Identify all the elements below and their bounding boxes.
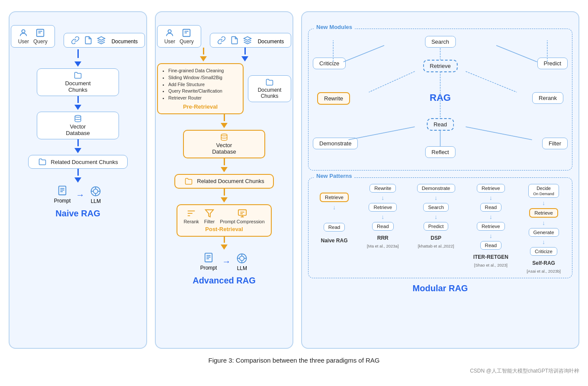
layers-icon <box>97 36 106 45</box>
adv-prompt-group: Prompt <box>200 253 217 271</box>
selfrag-decide: DecideOn Demand <box>528 184 559 198</box>
search-box: Search <box>425 36 456 48</box>
naive-read: Read <box>324 223 345 232</box>
prompt-icon <box>58 186 67 197</box>
naive-user-icon-group: User <box>18 28 29 45</box>
naive-doc-chunks-label: DocumentChunks <box>65 80 90 93</box>
read-label: Read <box>434 121 447 128</box>
adv-query-label: Query <box>180 39 194 45</box>
adv-vector-database: VectorDatabase <box>183 130 265 158</box>
query-icon <box>35 28 45 38</box>
adv-prompt-icon <box>204 253 213 264</box>
adv-llm-group: LLM <box>236 252 248 271</box>
svg-line-43 <box>466 71 517 92</box>
adv-rerank-group: Rerank <box>183 209 199 224</box>
adv-llm-icon <box>236 252 248 264</box>
pattern-col-dsp: Demonstrate ↓ Search ↓ Predict DSP [khat… <box>417 184 455 248</box>
adv-llm-label: LLM <box>237 265 247 271</box>
selfrag-criticize: Criticize <box>530 247 557 256</box>
adv-filter-label: Filter <box>204 219 215 224</box>
adv-database-icon <box>219 133 229 141</box>
filter-icon-adv <box>205 209 214 218</box>
rag-center-label: RAG <box>430 92 451 103</box>
iter-cite: [Shao et al., 2023] <box>474 263 508 267</box>
rrr-arr-2: ↓ <box>381 213 384 220</box>
rewrite-box-container: Rewrite <box>317 92 350 105</box>
adv-pre-retrieval-title: Pre-Retrieval <box>162 103 238 110</box>
naive-arrow-3 <box>77 139 79 146</box>
adv-user-label: User <box>164 39 175 45</box>
pattern-col-selfrag: DecideOn Demand ↓ Retrieve ↓ Generate ↓ … <box>527 184 561 273</box>
adv-orange-arrowhead-4 <box>221 197 228 203</box>
predict-label: Predict <box>544 60 561 67</box>
adv-documents-box: Documents <box>210 33 292 48</box>
naive-document-chunks: DocumentChunks <box>37 68 119 96</box>
reflect-label: Reflect <box>431 149 449 155</box>
adv-arrow-right-col <box>241 48 248 63</box>
naive-related-chunks-label: Related Document Chunks <box>51 159 118 165</box>
svg-point-21 <box>221 134 227 136</box>
rrr-read: Read <box>372 222 394 231</box>
adv-layers-icon <box>243 36 252 45</box>
naive-arrowhead-1 <box>74 61 81 67</box>
rerank-icon <box>186 209 196 218</box>
new-patterns-label: New Patterns <box>314 173 354 179</box>
advanced-rag-title: Advanced RAG <box>193 276 256 286</box>
adv-pre-item-2: Sliding Window /Small2Big <box>168 74 238 81</box>
adv-pre-item-5: Retriever Router <box>168 95 238 102</box>
adv-query-icon <box>182 28 191 38</box>
pattern-col-iter: Retrieve ↓ Read ↓ Retrieve ↓ Read ITER-R… <box>473 184 508 267</box>
adv-prompt-comp-label: Prompt Compression <box>220 219 264 224</box>
svg-marker-4 <box>97 37 105 40</box>
retrieve-dashed-container: Retrieve <box>423 60 457 72</box>
adv-orange-line-2 <box>224 114 225 121</box>
demonstrate-box: Demonstrate <box>313 138 358 149</box>
naive-arrow-right: → <box>76 190 84 200</box>
adv-blue-arrowhead-1 <box>241 56 248 61</box>
adv-link-icon <box>217 36 226 45</box>
naive-query-icon-group: Query <box>33 28 48 45</box>
dsp-pattern-title: DSP <box>431 235 441 242</box>
naive-llm-group: LLM <box>90 185 102 204</box>
naive-arrowhead-2 <box>74 105 81 110</box>
modular-rag-title: Modular RAG <box>413 283 468 293</box>
naive-arrowhead-4 <box>74 177 81 183</box>
reflect-box-container: Reflect <box>425 146 455 158</box>
rag-text: RAG <box>430 92 451 103</box>
naive-arrow-1 <box>77 49 79 58</box>
iter-arr-3: ↓ <box>489 232 492 239</box>
dsp-predict: Predict <box>424 222 449 231</box>
adv-orange-arrowhead-1 <box>200 56 207 61</box>
svg-line-42 <box>369 71 415 92</box>
adv-filter-group: Filter <box>204 209 215 224</box>
dsp-demonstrate: Demonstrate <box>417 184 455 193</box>
folder-icon-1 <box>73 71 83 79</box>
naive-retrieve: Retrieve <box>320 193 349 202</box>
naive-user-query-box: User Query <box>11 25 55 48</box>
rewrite-label: Rewrite <box>324 95 343 102</box>
svg-line-39 <box>496 45 537 62</box>
main-container: User Query <box>9 11 579 349</box>
adv-pre-item-4: Query Rewrite/Clarification <box>168 88 238 95</box>
naive-related-chunks: Related Document Chunks <box>28 155 128 169</box>
svg-line-40 <box>344 45 384 62</box>
adv-post-icons-row: Rerank Filter Prompt Compression <box>183 209 265 224</box>
svg-marker-25 <box>206 210 213 217</box>
rag-label-container: RAG <box>430 92 451 103</box>
naive-prompt-group: Prompt <box>54 186 71 204</box>
iter-retrieve-1: Retrieve <box>477 184 505 193</box>
adv-document-chunks: DocumentChunks <box>248 75 291 102</box>
adv-orange-arrowhead-3 <box>221 167 228 172</box>
criticize-box: Criticize <box>313 58 346 69</box>
rrr-retrieve: Retrieve <box>369 203 397 212</box>
filter-label: Filter <box>549 140 561 147</box>
adv-blue-line-1 <box>244 48 246 55</box>
dsp-search: Search <box>423 203 448 212</box>
rerank-box: Rerank <box>532 92 563 104</box>
adv-user-icon-group: User <box>164 28 175 45</box>
link-icon <box>71 36 80 45</box>
naive-vector-database: VectorDatabase <box>37 112 119 139</box>
rerank-label: Rerank <box>539 95 557 101</box>
read-box-container: Read <box>427 118 454 131</box>
svg-line-47 <box>466 127 532 140</box>
